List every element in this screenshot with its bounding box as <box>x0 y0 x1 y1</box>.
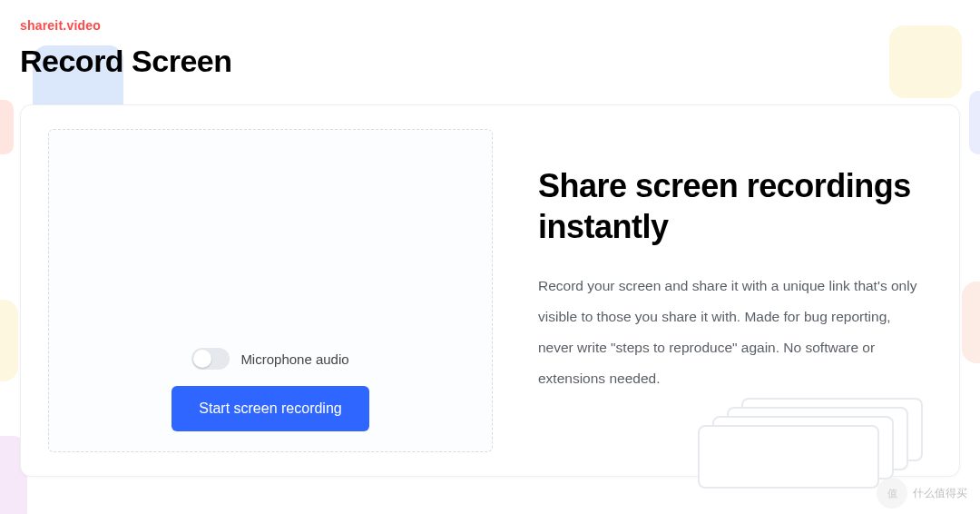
stack-card <box>698 425 879 489</box>
decorative-shape-cream <box>0 300 18 381</box>
mic-toggle[interactable] <box>191 348 230 370</box>
stacked-cards-illustration <box>687 398 941 489</box>
mic-toggle-row: Microphone audio <box>191 348 348 370</box>
page-title: Record Screen <box>20 44 960 79</box>
watermark-badge-icon: 值 <box>877 478 907 509</box>
decorative-shape-peach <box>0 100 14 154</box>
brand-logo-text[interactable]: shareit.video <box>20 18 960 33</box>
watermark-text: 什么值得买 <box>913 486 967 501</box>
hero-heading: Share screen recordings instantly <box>538 165 932 247</box>
recorder-panel: Microphone audio Start screen recording <box>48 129 493 452</box>
mic-toggle-label: Microphone audio <box>240 351 348 367</box>
main-card: Microphone audio Start screen recording … <box>20 104 960 477</box>
start-recording-button[interactable]: Start screen recording <box>172 386 368 431</box>
decorative-shape-lightblue <box>969 91 980 154</box>
hero-description: Record your screen and share it with a u… <box>538 271 928 394</box>
toggle-knob <box>193 350 211 368</box>
decorative-shape-rose <box>962 282 980 363</box>
hero-panel: Share screen recordings instantly Record… <box>538 129 932 452</box>
watermark: 值 什么值得买 <box>877 478 967 509</box>
